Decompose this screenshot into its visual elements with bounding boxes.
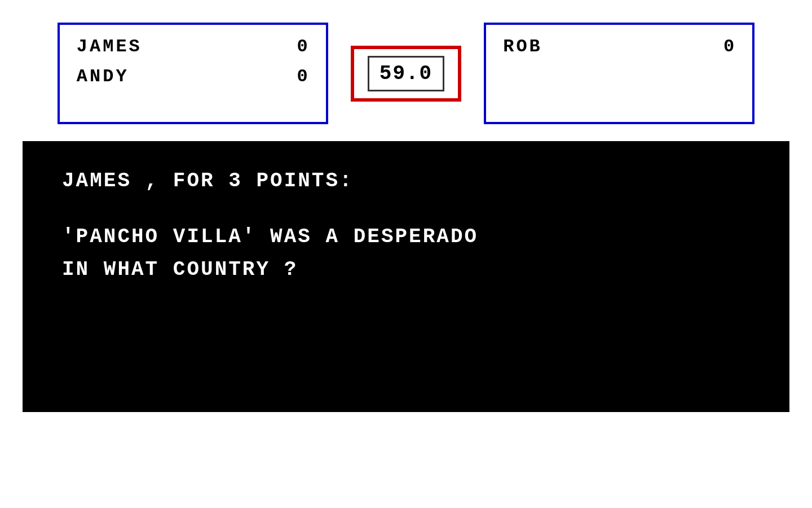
timer-inner: 59.0 — [368, 56, 444, 91]
left-score-box: JAMES 0 ANDY 0 — [58, 23, 328, 124]
player-row-rob: ROB 0 — [503, 36, 735, 57]
timer-box: 59.0 — [351, 46, 461, 102]
player-row-james: JAMES 0 — [77, 36, 309, 57]
player-row-andy: ANDY 0 — [77, 66, 309, 87]
question-text: 'PANCHO VILLA' WAS A DESPERADO IN WHAT C… — [62, 221, 750, 286]
top-section: JAMES 0 ANDY 0 59.0 ROB 0 — [0, 0, 812, 141]
player-score-james: 0 — [297, 36, 309, 57]
timer-display: 59.0 — [379, 62, 433, 85]
question-section: JAMES , FOR 3 POINTS: 'PANCHO VILLA' WAS… — [23, 141, 789, 412]
right-score-box: ROB 0 — [484, 23, 754, 124]
question-header: JAMES , FOR 3 POINTS: — [62, 169, 750, 192]
player-score-rob: 0 — [723, 36, 735, 57]
question-line2: IN WHAT COUNTRY ? — [62, 253, 750, 286]
player-score-andy: 0 — [297, 66, 309, 87]
player-name-james: JAMES — [77, 36, 142, 57]
player-name-rob: ROB — [503, 36, 542, 57]
question-line1: 'PANCHO VILLA' WAS A DESPERADO — [62, 221, 750, 253]
player-name-andy: ANDY — [77, 66, 129, 87]
